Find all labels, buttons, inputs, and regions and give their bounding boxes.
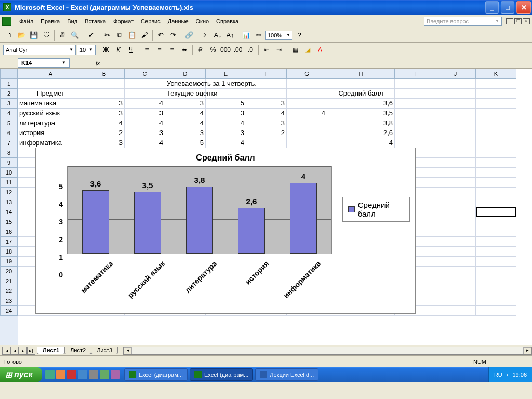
cell[interactable]: 2,6 (327, 128, 395, 138)
cell[interactable] (435, 188, 476, 197)
cell[interactable]: 3 (84, 138, 125, 148)
tab-nav-prev-icon[interactable]: ◂ (10, 347, 19, 355)
cell[interactable] (84, 79, 125, 89)
merge-center-icon[interactable]: ⬌ (179, 44, 190, 56)
cell[interactable]: 4 (206, 138, 246, 148)
cell[interactable] (435, 227, 476, 237)
menu-tools[interactable]: Сервис (137, 17, 164, 26)
cell[interactable] (435, 99, 476, 109)
cell[interactable]: 3 (206, 109, 246, 118)
cell[interactable]: 4 (165, 118, 206, 128)
cell[interactable]: Успеваемость за 1 четверть. (165, 79, 206, 89)
cell[interactable] (476, 128, 516, 138)
select-all-corner[interactable] (0, 69, 18, 79)
menu-file[interactable]: Файл (16, 17, 37, 26)
col-header-B[interactable]: B (84, 69, 125, 79)
maximize-button[interactable]: □ (501, 1, 514, 14)
cell[interactable] (18, 79, 84, 89)
taskbar-item[interactable]: Excel (диаграм... (124, 368, 188, 381)
font-color-icon[interactable]: A (314, 44, 326, 56)
start-button[interactable]: ⊞ пуск (0, 367, 42, 382)
cell[interactable] (476, 168, 516, 178)
percent-icon[interactable]: % (207, 44, 219, 56)
cell[interactable] (287, 79, 327, 89)
tray-lang[interactable]: RU (494, 371, 502, 378)
sheet-tab-1[interactable]: Лист1 (37, 347, 65, 354)
cell[interactable] (395, 138, 435, 148)
cut-icon[interactable]: ✂ (101, 30, 113, 41)
cell[interactable] (435, 79, 476, 89)
spelling-icon[interactable]: ✔ (85, 30, 97, 41)
cell[interactable] (395, 79, 435, 89)
cell[interactable] (476, 227, 516, 237)
col-header-C[interactable]: C (125, 69, 165, 79)
cell[interactable] (395, 118, 435, 128)
col-header-A[interactable]: A (18, 69, 84, 79)
cell[interactable]: Предмет (18, 89, 84, 99)
cell[interactable] (327, 79, 395, 89)
cell[interactable]: 2 (246, 128, 287, 138)
ql-icon[interactable] (111, 370, 120, 379)
row-header[interactable]: 21 (0, 276, 18, 286)
cell[interactable] (476, 79, 516, 89)
help-icon[interactable]: ? (294, 30, 305, 41)
cell[interactable]: Текущие оценки (165, 89, 206, 99)
row-header[interactable]: 1 (0, 79, 18, 89)
cell[interactable]: 2 (84, 128, 125, 138)
cell[interactable]: 3 (246, 118, 287, 128)
col-header-E[interactable]: E (206, 69, 246, 79)
ql-icon[interactable] (67, 370, 76, 379)
row-header[interactable]: 16 (0, 227, 18, 237)
col-header-D[interactable]: D (165, 69, 206, 79)
col-header-F[interactable]: F (246, 69, 287, 79)
cell[interactable] (246, 138, 287, 148)
cell[interactable]: 3,8 (327, 118, 395, 128)
cell[interactable]: 4 (125, 118, 165, 128)
cell[interactable] (435, 168, 476, 178)
menu-view[interactable]: Вид (63, 17, 81, 26)
cell[interactable] (435, 118, 476, 128)
cell[interactable] (476, 207, 516, 217)
cell[interactable] (287, 99, 327, 109)
decrease-decimal-icon[interactable]: .0 (245, 44, 256, 56)
row-header[interactable]: 11 (0, 178, 18, 188)
ql-icon[interactable] (100, 370, 109, 379)
horizontal-scrollbar[interactable]: ◂ ▸ (123, 347, 532, 355)
row-header[interactable]: 23 (0, 296, 18, 306)
row-header[interactable]: 12 (0, 188, 18, 197)
cell[interactable] (476, 247, 516, 257)
close-button[interactable]: ✕ (516, 1, 531, 14)
new-icon[interactable]: 🗋 (3, 30, 15, 41)
sheet-tab-3[interactable]: Лист3 (91, 347, 118, 354)
cell[interactable] (435, 286, 476, 296)
cell[interactable]: 3 (246, 99, 287, 109)
cell[interactable] (476, 257, 516, 267)
ql-icon[interactable] (78, 370, 87, 379)
cell[interactable]: 5 (165, 138, 206, 148)
cell[interactable]: 5 (206, 99, 246, 109)
cell[interactable] (435, 158, 476, 168)
cell[interactable] (206, 89, 246, 99)
open-icon[interactable]: 📂 (16, 30, 27, 41)
cell[interactable] (395, 99, 435, 109)
increase-indent-icon[interactable]: ⇥ (273, 44, 285, 56)
cell[interactable] (476, 148, 516, 158)
menu-data[interactable]: Данные (164, 17, 192, 26)
cell[interactable] (84, 89, 125, 99)
cell[interactable] (435, 89, 476, 99)
row-header[interactable]: 5 (0, 118, 18, 128)
cell[interactable]: 4 (327, 138, 395, 148)
cell[interactable] (435, 178, 476, 188)
cell[interactable]: 4 (206, 118, 246, 128)
cell[interactable] (435, 197, 476, 207)
row-header[interactable]: 7 (0, 138, 18, 148)
cell[interactable] (125, 89, 165, 99)
fx-icon[interactable]: fx (96, 60, 106, 66)
row-header[interactable]: 9 (0, 158, 18, 168)
fill-color-icon[interactable]: ◢ (302, 44, 313, 56)
increase-decimal-icon[interactable]: .00 (232, 44, 244, 56)
font-size-input[interactable]: 10 ▼ (77, 45, 96, 55)
cell[interactable]: 4 (287, 109, 327, 118)
cell[interactable] (476, 197, 516, 207)
cell[interactable] (435, 267, 476, 276)
